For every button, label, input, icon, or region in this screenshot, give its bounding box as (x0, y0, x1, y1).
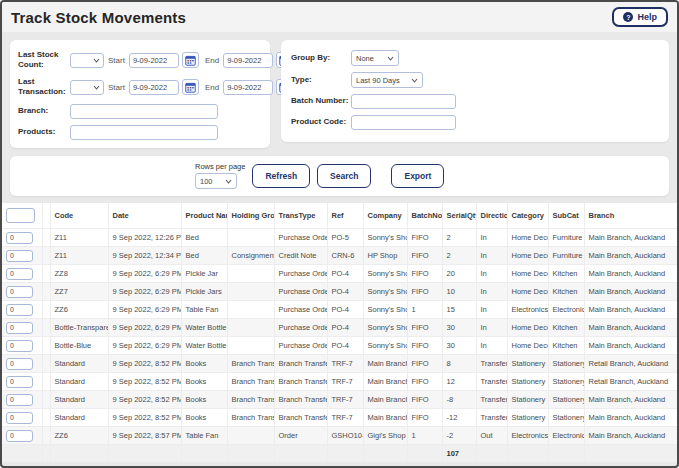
last-stock-count-start-input[interactable] (129, 53, 179, 68)
row-spacer-cell (42, 355, 50, 373)
code-cell: ZZ8 (50, 265, 108, 283)
product-cell: Books (181, 355, 227, 373)
row-qty-input[interactable] (6, 250, 33, 262)
products-input[interactable] (70, 125, 218, 140)
last-transaction-operator-select[interactable] (70, 80, 104, 95)
table-row: Standard9 Sep 2022, 8:52 PMBooksBranch T… (2, 373, 677, 391)
header-qty-input[interactable] (6, 208, 35, 223)
date-filters-panel: Last Stock Count: Start End Last Transac… (10, 40, 270, 148)
subcat-cell: Furniture (548, 247, 584, 265)
serialqty-cell: 20 (442, 265, 476, 283)
row-spacer-cell (42, 265, 50, 283)
calendar-icon[interactable] (182, 52, 199, 68)
transtype-cell: Credit Note (274, 247, 327, 265)
date-cell: 9 Sep 2022, 6:29 PM (108, 283, 181, 301)
refresh-button[interactable]: Refresh (252, 164, 310, 188)
row-qty-cell (2, 247, 42, 265)
row-qty-input[interactable] (6, 376, 33, 388)
product-code-input[interactable] (351, 115, 456, 130)
export-button[interactable]: Export (391, 164, 444, 188)
start-label: Start (108, 56, 125, 65)
calendar-icon[interactable] (182, 79, 199, 95)
group-by-select[interactable]: None (351, 50, 399, 66)
row-qty-input[interactable] (6, 322, 33, 334)
category-cell: Electronics (507, 301, 548, 319)
direction-cell: Transfer (476, 355, 507, 373)
row-spacer-cell (42, 427, 50, 445)
footer-empty-cell (476, 445, 507, 462)
company-cell: Main Branch (363, 409, 407, 427)
row-qty-cell (2, 229, 42, 247)
row-qty-cell (2, 283, 42, 301)
row-qty-input[interactable] (6, 286, 33, 298)
row-qty-input[interactable] (6, 358, 33, 370)
batch-number-input[interactable] (351, 94, 456, 109)
date-cell: 9 Sep 2022, 8:52 PM (108, 373, 181, 391)
branch-row: Branch: (18, 104, 262, 119)
branch-input[interactable] (70, 104, 218, 119)
table-row: Bottle-Blue9 Sep 2022, 6:29 PMWater Bott… (2, 337, 677, 355)
row-qty-input[interactable] (6, 232, 33, 244)
branch-cell: Main Branch, Auckland (584, 301, 677, 319)
subcat-cell: Kitchen (548, 283, 584, 301)
type-row: Type: Last 90 Days (291, 72, 659, 88)
search-button[interactable]: Search (317, 164, 371, 188)
row-qty-input[interactable] (6, 340, 33, 352)
table-row: Standard9 Sep 2022, 8:52 PMBooksBranch T… (2, 355, 677, 373)
direction-cell: In (476, 283, 507, 301)
row-spacer-cell (42, 319, 50, 337)
branch-cell: Main Branch, Auckland (584, 409, 677, 427)
row-spacer-cell (42, 283, 50, 301)
direction-cell: Out (476, 427, 507, 445)
help-label: Help (637, 12, 657, 22)
direction-cell: In (476, 229, 507, 247)
branch-cell: Retail Branch, Auckland (584, 355, 677, 373)
row-qty-cell (2, 355, 42, 373)
help-button[interactable]: ? Help (612, 7, 668, 27)
row-qty-cell (2, 373, 42, 391)
last-transaction-end-input[interactable] (223, 80, 273, 95)
table-row: Standard9 Sep 2022, 8:52 PMBooksBranch T… (2, 391, 677, 409)
end-label: End (205, 56, 219, 65)
last-stock-count-end-input[interactable] (223, 53, 273, 68)
type-label: Type: (291, 75, 351, 85)
row-qty-input[interactable] (6, 304, 33, 316)
subcat-cell: Electronics (548, 427, 584, 445)
code-cell: Standard (50, 391, 108, 409)
rows-per-page-select[interactable]: 100 (195, 173, 237, 189)
row-qty-input[interactable] (6, 412, 33, 424)
row-qty-cell (2, 301, 42, 319)
column-header-date: Date (108, 203, 181, 229)
subcat-cell: Furniture (548, 229, 584, 247)
movements-table-container: CodeDateProduct NameHolding GroupTransTy… (2, 203, 677, 462)
holding-cell: Branch Transfer (227, 409, 274, 427)
last-stock-count-row: Last Stock Count: Start End (18, 50, 262, 71)
last-stock-count-operator-select[interactable] (70, 53, 104, 68)
product-cell: Water Bottle (181, 337, 227, 355)
row-qty-input[interactable] (6, 268, 33, 280)
subcat-cell: Kitchen (548, 337, 584, 355)
date-cell: 9 Sep 2022, 12:34 PM (108, 247, 181, 265)
date-cell: 9 Sep 2022, 6:29 PM (108, 301, 181, 319)
row-qty-input[interactable] (6, 430, 33, 442)
serialqty-cell: 30 (442, 337, 476, 355)
company-cell: Sonny's Shop (363, 265, 407, 283)
row-qty-cell (2, 391, 42, 409)
product-code-row: Product Code: (291, 115, 659, 130)
last-transaction-start-input[interactable] (129, 80, 179, 95)
serialqty-cell: 12 (442, 373, 476, 391)
direction-cell: Transfer (476, 391, 507, 409)
group-by-value: None (356, 54, 374, 63)
type-select[interactable]: Last 90 Days (351, 72, 423, 88)
branch-cell: Main Branch, Auckland (584, 319, 677, 337)
branch-cell: Main Branch, Auckland (584, 265, 677, 283)
direction-cell: In (476, 301, 507, 319)
serialqty-total: 107 (442, 445, 476, 462)
last-transaction-row: Last Transaction: Start End (18, 77, 262, 98)
date-cell: 9 Sep 2022, 6:29 PM (108, 337, 181, 355)
row-qty-input[interactable] (6, 394, 33, 406)
table-row: Z119 Sep 2022, 12:26 PMBedPurchase Order… (2, 229, 677, 247)
footer-empty-cell (327, 445, 363, 462)
footer-empty-cell (548, 445, 584, 462)
ref-cell: TRF-7 (327, 355, 363, 373)
